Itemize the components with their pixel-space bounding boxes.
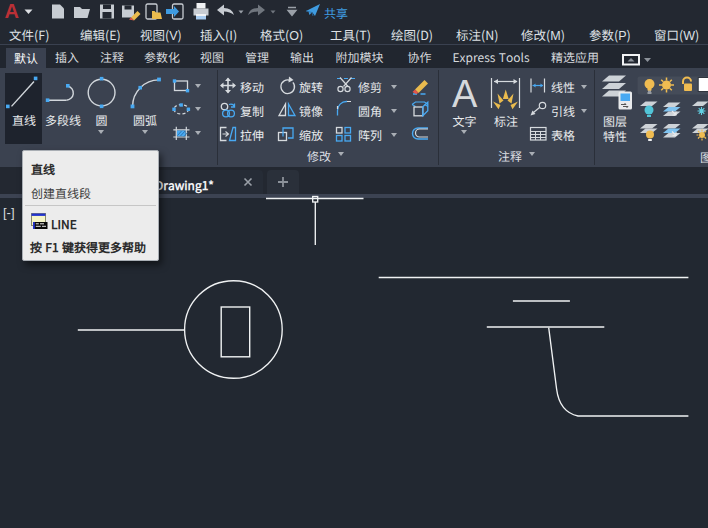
svg-text:A: A (452, 68, 478, 118)
svg-text:A: A (5, 0, 19, 22)
